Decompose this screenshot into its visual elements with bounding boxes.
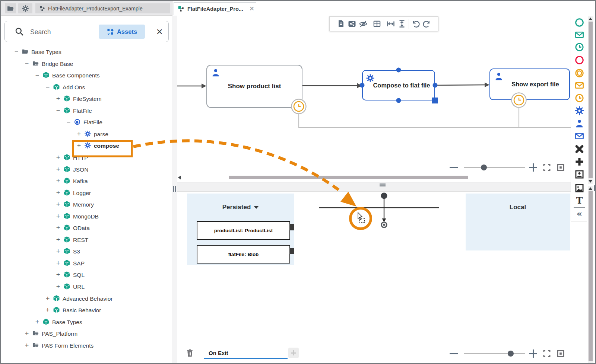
field-port[interactable] xyxy=(289,224,294,230)
collapse-toggle-icon[interactable]: − xyxy=(65,118,72,126)
message-task-icon[interactable] xyxy=(574,131,584,141)
task-node-compose-to-flat-file[interactable]: Compose to flat file xyxy=(362,70,435,100)
persisted-pool[interactable]: Persisted productList: ProductList flatF… xyxy=(187,194,294,265)
field-flatfile[interactable]: flatFile: Blob xyxy=(197,245,290,264)
message-start-event-icon[interactable] xyxy=(574,29,584,40)
start-event-icon[interactable] xyxy=(574,17,584,28)
tree-item-logger[interactable]: +Logger xyxy=(1,188,172,199)
expand-toggle-icon[interactable]: + xyxy=(76,130,82,138)
folder-button[interactable] xyxy=(5,3,16,13)
tree-item-pas-form-elements[interactable]: +PAS Form Elements xyxy=(1,341,172,352)
user-task-icon[interactable] xyxy=(574,118,584,128)
grid-icon[interactable] xyxy=(372,19,381,28)
splitter-handle[interactable] xyxy=(175,186,176,192)
fit-to-screen-icon[interactable] xyxy=(556,349,565,358)
fit-to-screen-icon[interactable] xyxy=(556,163,565,172)
expand-toggle-icon[interactable]: + xyxy=(34,318,41,326)
portrait-icon[interactable] xyxy=(574,169,584,179)
vertical-scrollbar[interactable] xyxy=(588,16,593,184)
collapse-palette-icon[interactable]: « xyxy=(574,209,584,219)
collapse-toggle-icon[interactable]: − xyxy=(55,107,61,115)
project-tab[interactable]: FlatFileAdapter_ProductExport_Example xyxy=(35,3,170,13)
tree-item-mongodb[interactable]: +MongoDB xyxy=(1,211,172,223)
expand-toggle-icon[interactable]: + xyxy=(55,166,61,173)
editor-tab[interactable]: FlatFileAdapter_Pro... ✕ xyxy=(174,2,256,15)
tree-item-compose[interactable]: +compose xyxy=(1,141,172,152)
zoom-out-button[interactable] xyxy=(450,353,458,354)
text-icon[interactable]: T xyxy=(574,195,584,206)
collapse-toggle-icon[interactable]: − xyxy=(44,83,51,91)
expand-toggle-icon[interactable]: + xyxy=(55,189,61,197)
tree-item-flatfile[interactable]: −FlatFile xyxy=(1,117,172,128)
service-task-icon[interactable] xyxy=(574,105,584,116)
splitter-handle[interactable] xyxy=(173,186,174,192)
zoom-out-button[interactable] xyxy=(450,167,458,168)
fit-height-icon[interactable] xyxy=(397,19,406,28)
local-pool[interactable]: Local xyxy=(466,194,570,250)
zoom-slider-track[interactable] xyxy=(464,353,525,354)
tree-item-base-types[interactable]: +Base Types xyxy=(1,317,172,328)
undo-icon[interactable] xyxy=(411,19,420,28)
collapse-toggle-icon[interactable]: − xyxy=(13,48,20,56)
expand-toggle-icon[interactable]: + xyxy=(44,295,51,303)
tree-item-add-ons[interactable]: −Add Ons xyxy=(1,82,172,93)
timer-intermediate-event-icon[interactable] xyxy=(574,93,584,103)
tree-item-sap[interactable]: +SAP xyxy=(1,258,172,269)
expand-toggle-icon[interactable]: + xyxy=(55,213,61,220)
tree-item-base-components[interactable]: −Base Components xyxy=(1,70,172,82)
field-productlist[interactable]: productList: ProductList xyxy=(197,221,290,240)
task-node-show-export-file[interactable]: Show export file xyxy=(489,68,570,100)
tree-item-base-types[interactable]: −Base Types xyxy=(1,47,172,58)
search-close-icon[interactable]: ✕ xyxy=(156,27,163,37)
expand-toggle-icon[interactable]: + xyxy=(55,177,61,185)
export-file-icon[interactable] xyxy=(336,19,345,28)
expand-toggle-icon[interactable]: + xyxy=(55,259,61,267)
expand-toggle-icon[interactable]: + xyxy=(55,283,61,291)
expand-toggle-icon[interactable]: + xyxy=(55,236,61,244)
tree-item-pas-platform[interactable]: +PAS_Platform xyxy=(1,329,172,340)
share-icon[interactable] xyxy=(348,19,356,28)
expand-toggle-icon[interactable]: + xyxy=(55,201,61,208)
chevron-down-icon[interactable] xyxy=(254,206,259,209)
tree-item-parse[interactable]: +parse xyxy=(1,129,172,140)
tree-item-rest[interactable]: +REST xyxy=(1,235,172,246)
search-input[interactable] xyxy=(29,26,98,38)
tree-item-odata[interactable]: +OData xyxy=(1,223,172,234)
tree-item-s3[interactable]: +S3 xyxy=(1,246,172,258)
end-event-icon[interactable] xyxy=(574,55,584,65)
zoom-slider-handle[interactable] xyxy=(481,165,487,170)
canvas-divider[interactable] xyxy=(177,182,571,192)
tree-item-bridge-base[interactable]: −Bridge Base xyxy=(1,59,172,70)
tree-item-sql[interactable]: +SQL xyxy=(1,270,172,281)
expand-toggle-icon[interactable]: + xyxy=(23,342,30,349)
tab-close-icon[interactable]: ✕ xyxy=(249,5,254,13)
expand-toggle-icon[interactable]: + xyxy=(55,154,61,162)
fit-width-icon[interactable] xyxy=(386,19,395,28)
trash-icon[interactable] xyxy=(185,348,194,358)
expand-toggle-icon[interactable]: + xyxy=(55,271,61,279)
expand-toggle-icon[interactable]: + xyxy=(55,224,61,232)
parallel-gateway-icon[interactable] xyxy=(574,156,584,167)
tree-item-json[interactable]: +JSON xyxy=(1,165,172,176)
hide-elements-icon[interactable] xyxy=(359,19,368,28)
on-exit-tab-label[interactable]: On Exit xyxy=(209,350,228,356)
scroll-left-arrow[interactable] xyxy=(178,176,181,179)
tree-item-advanced-behavior[interactable]: +Advanced Behavior xyxy=(1,294,172,305)
message-intermediate-event-icon[interactable] xyxy=(574,80,584,90)
settings-button[interactable] xyxy=(18,3,32,13)
expand-toggle-icon[interactable]: + xyxy=(55,95,61,103)
collapse-toggle-icon[interactable]: − xyxy=(34,71,41,79)
add-tab-button[interactable] xyxy=(288,348,299,358)
redo-icon[interactable] xyxy=(422,19,431,28)
collapse-toggle-icon[interactable]: − xyxy=(23,60,30,68)
field-port[interactable] xyxy=(289,248,294,254)
intermediate-event-icon[interactable] xyxy=(574,68,584,78)
expand-toggle-icon[interactable]: + xyxy=(76,142,82,150)
fullscreen-icon[interactable] xyxy=(542,349,551,358)
timer-start-event-icon[interactable] xyxy=(574,42,584,52)
tree-item-basic-behavior[interactable]: +Basic Behavior xyxy=(1,305,172,316)
expand-toggle-icon[interactable]: + xyxy=(23,330,30,338)
tree-item-url[interactable]: +URL xyxy=(1,282,172,293)
tree-item-memory[interactable]: +Memory xyxy=(1,199,172,211)
image-icon[interactable] xyxy=(574,183,584,193)
